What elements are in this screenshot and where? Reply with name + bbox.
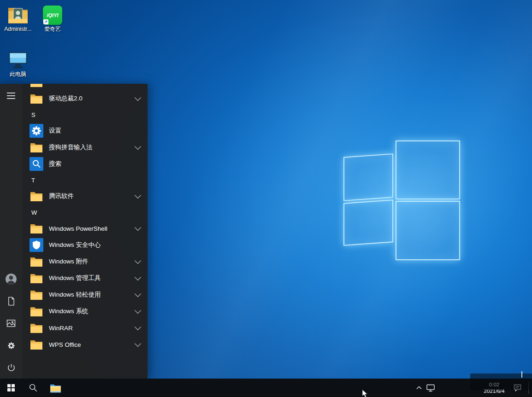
app-list-item-label: 驱动总裁2.0: [49, 94, 136, 103]
app-list-item-label: Windows 安全中心: [49, 241, 143, 249]
app-list-item[interactable]: Windows 安全中心: [22, 237, 148, 253]
start-button[interactable]: [0, 379, 22, 397]
folder-icon: [30, 84, 43, 89]
desktop-icon-label: 此电脑: [0, 71, 35, 77]
chevron-down-icon[interactable]: [135, 143, 141, 149]
chevron-down-icon[interactable]: [135, 307, 141, 313]
app-list-item[interactable]: Windows PowerShell: [22, 220, 148, 237]
tray-chevron-up-icon[interactable]: [414, 379, 424, 397]
app-list-item-label: Windows 附件: [49, 257, 136, 266]
app-list-item-label: WPS Office: [49, 341, 136, 348]
desktop-icon-this-pc[interactable]: 此电脑: [0, 49, 35, 77]
folder-icon: [30, 255, 43, 269]
app-list-item[interactable]: 驱动总裁2.0: [22, 90, 148, 107]
watermark-overlay: [470, 374, 532, 390]
start-menu-app-list: 驱动总裁2.0S设置搜狗拼音输入法搜索T腾讯软件WWindows PowerSh…: [22, 84, 148, 379]
app-list-item[interactable]: [22, 84, 148, 90]
app-list-item[interactable]: 设置: [22, 123, 148, 139]
start-menu: 驱动总裁2.0S设置搜狗拼音输入法搜索T腾讯软件WWindows PowerSh…: [0, 84, 148, 379]
windows-logo-pane: [396, 140, 460, 199]
iqiyi-wordmark: iQIYI: [47, 12, 58, 18]
desktop-icon-label: Administr...: [0, 26, 35, 32]
settings-tile-icon: [30, 124, 43, 138]
folder-icon: [30, 321, 43, 335]
file-explorer-icon: [50, 383, 61, 393]
network-status-icon[interactable]: [425, 379, 436, 397]
app-list-item-label: 设置: [49, 127, 143, 135]
chevron-down-icon[interactable]: [135, 274, 141, 280]
chevron-down-icon[interactable]: [135, 257, 141, 263]
folder-icon: [30, 140, 43, 154]
folder-icon: [30, 288, 43, 302]
windows-logo-pane: [343, 153, 393, 201]
hamburger-menu-icon[interactable]: [0, 85, 22, 107]
caret-line: [521, 371, 522, 378]
pictures-icon[interactable]: [0, 312, 22, 334]
mouse-cursor: [362, 389, 368, 397]
app-list-section-header[interactable]: W: [22, 204, 148, 220]
app-list-item-label: Windows 轻松使用: [49, 291, 136, 299]
app-list-section-header[interactable]: T: [22, 172, 148, 188]
shield-tile-icon: [30, 238, 43, 252]
chevron-down-icon[interactable]: [135, 224, 141, 230]
search-icon: [29, 383, 38, 392]
app-list-item[interactable]: WPS Office: [22, 336, 148, 353]
taskbar-search-button[interactable]: [22, 379, 44, 397]
folder-icon: [30, 271, 43, 285]
chevron-down-icon[interactable]: [135, 94, 141, 100]
app-list-section-header[interactable]: S: [22, 107, 148, 123]
user-folder-icon: [0, 4, 35, 25]
folder-icon: [30, 222, 43, 235]
app-list-item[interactable]: 腾讯软件: [22, 188, 148, 204]
chevron-down-icon[interactable]: [135, 192, 141, 198]
windows-logo-pane: [343, 199, 393, 246]
taskbar: 0:02 2021/6/4: [0, 379, 532, 397]
app-list-item[interactable]: WinRAR: [22, 320, 148, 336]
app-list-item-label: 搜索: [49, 160, 143, 168]
documents-icon[interactable]: [0, 290, 22, 312]
desktop-icon-iqiyi[interactable]: iQIYI ↗ 爱奇艺: [35, 4, 70, 32]
app-list-item[interactable]: Windows 系统: [22, 303, 148, 320]
iqiyi-icon: iQIYI ↗: [35, 4, 70, 25]
shortcut-arrow-badge: ↗: [43, 19, 48, 24]
app-list-item-label: Windows 管理工具: [49, 274, 136, 282]
app-list-item-label: Windows 系统: [49, 307, 136, 315]
chevron-down-icon[interactable]: [135, 323, 141, 330]
app-list-item-label: 腾讯软件: [49, 192, 136, 200]
user-account-icon[interactable]: [0, 268, 22, 290]
app-list-item-label: WinRAR: [49, 325, 136, 332]
folder-icon: [30, 189, 43, 203]
desktop-icon-label: 爱奇艺: [35, 26, 70, 32]
start-menu-rail: [0, 84, 22, 379]
folder-icon: [30, 338, 43, 351]
settings-gear-icon[interactable]: [0, 334, 22, 356]
chevron-down-icon[interactable]: [135, 340, 141, 346]
windows-logo-pane: [396, 201, 460, 260]
folder-icon: [30, 92, 43, 105]
windows-logo-icon: [7, 384, 15, 391]
app-list-item[interactable]: 搜狗拼音输入法: [22, 139, 148, 156]
app-list-item[interactable]: Windows 轻松使用: [22, 286, 148, 303]
search-tile-icon: [30, 157, 43, 171]
app-list-item[interactable]: 搜索: [22, 156, 148, 172]
power-icon[interactable]: [0, 356, 22, 379]
app-list-item-label: 搜狗拼音输入法: [49, 143, 136, 152]
desktop-icon-administrator[interactable]: Administr...: [0, 4, 35, 32]
chevron-down-icon[interactable]: [135, 290, 141, 297]
folder-icon: [30, 304, 43, 318]
file-explorer-button[interactable]: [44, 379, 66, 397]
app-list-item[interactable]: Windows 附件: [22, 253, 148, 270]
app-list-item-label: Windows PowerShell: [49, 225, 136, 232]
computer-monitor-icon: [0, 49, 35, 70]
app-list-item[interactable]: Windows 管理工具: [22, 270, 148, 286]
